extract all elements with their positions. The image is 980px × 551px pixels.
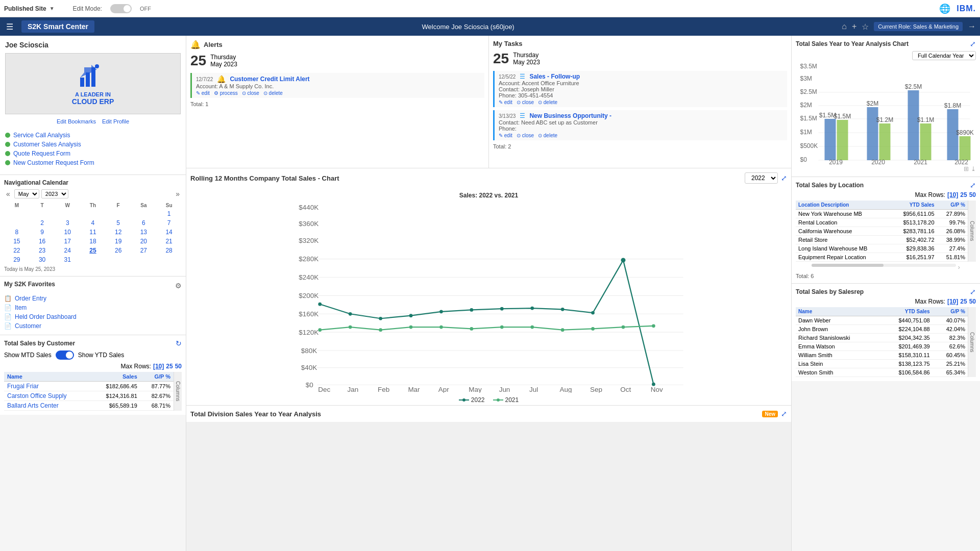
- site-dropdown-arrow[interactable]: ▼: [50, 6, 55, 11]
- hamburger-menu-icon[interactable]: ☰: [4, 20, 15, 34]
- loc-max-10[interactable]: [10]: [947, 191, 958, 198]
- sr-max-25[interactable]: 25: [960, 298, 967, 305]
- cal-day-cell[interactable]: 26: [106, 246, 131, 255]
- cal-day-cell[interactable]: 25: [80, 246, 106, 255]
- cal-day-cell[interactable]: 24: [55, 246, 80, 255]
- cal-day-cell[interactable]: 11: [80, 228, 106, 237]
- cal-day-cell[interactable]: 8: [4, 228, 30, 237]
- cal-day-cell[interactable]: 20: [131, 237, 157, 246]
- cal-day-cell[interactable]: 9: [30, 228, 55, 237]
- col-gp[interactable]: G/P %: [140, 372, 174, 382]
- sr-col-gp[interactable]: G/P %: [933, 307, 968, 316]
- sr-expand-icon[interactable]: ⤢: [970, 288, 976, 296]
- sr-col-name[interactable]: Name: [796, 307, 879, 316]
- mtd-ytd-toggle[interactable]: [56, 350, 74, 360]
- sr-max-50[interactable]: 50: [969, 298, 976, 305]
- alert-delete-1[interactable]: ⊙ delete: [263, 90, 283, 96]
- chart-download-icon[interactable]: ⤓: [971, 165, 976, 172]
- cal-day-cell[interactable]: 15: [4, 237, 30, 246]
- cal-next[interactable]: »: [174, 190, 182, 198]
- quick-link-customer-sales[interactable]: Customer Sales Analysis: [5, 140, 181, 149]
- cal-prev[interactable]: «: [4, 190, 12, 198]
- edit-bookmarks-link[interactable]: Edit Bookmarks: [57, 118, 96, 124]
- task-title-2[interactable]: New Business Opportunity -: [529, 112, 611, 119]
- col-name[interactable]: Name: [4, 372, 91, 382]
- published-site-label[interactable]: Published Site ▼: [4, 5, 55, 12]
- cal-day-cell[interactable]: 28: [156, 246, 182, 255]
- task-edit-1[interactable]: ✎ edit: [499, 99, 512, 105]
- globe-icon[interactable]: 🌐: [939, 3, 950, 14]
- cal-day-cell[interactable]: 12: [106, 228, 131, 237]
- cal-month-select[interactable]: May: [14, 189, 39, 198]
- year-chart-select[interactable]: Full Calendar Year: [912, 51, 976, 60]
- loc-expand-icon[interactable]: ⤢: [970, 181, 976, 189]
- task-delete-2[interactable]: ⊙ delete: [538, 133, 557, 138]
- sr-max-10[interactable]: [10]: [947, 298, 958, 305]
- alert-close-1[interactable]: ⊙ close: [242, 90, 259, 96]
- fav-order-entry[interactable]: 📋Order Entry: [4, 294, 182, 303]
- task-close-2[interactable]: ⊙ close: [517, 133, 534, 138]
- loc-col-sales[interactable]: YTD Sales: [891, 201, 937, 210]
- task-title-1[interactable]: Sales - Follow-up: [529, 73, 580, 80]
- cal-day-cell[interactable]: 31: [55, 255, 80, 264]
- edit-profile-link[interactable]: Edit Profile: [102, 118, 129, 124]
- task-edit-2[interactable]: ✎ edit: [499, 133, 512, 138]
- loc-col-gp[interactable]: G/P %: [937, 201, 968, 210]
- cal-day-cell[interactable]: 27: [131, 246, 157, 255]
- col-sales[interactable]: Sales: [91, 372, 140, 382]
- cal-day-cell[interactable]: 30: [30, 255, 55, 264]
- fav-customer[interactable]: 📄Customer: [4, 321, 182, 331]
- cal-day-cell[interactable]: 14: [156, 228, 182, 237]
- cal-day-cell[interactable]: 5: [106, 218, 131, 228]
- cal-day-cell[interactable]: 22: [4, 246, 30, 255]
- loc-col-name[interactable]: Location Description: [796, 201, 891, 210]
- cal-day-cell[interactable]: 23: [30, 246, 55, 255]
- fav-held-order[interactable]: 📄Held Order Dashboard: [4, 312, 182, 321]
- rolling-expand-icon[interactable]: ⤢: [781, 174, 787, 182]
- cal-day-cell[interactable]: 2: [30, 218, 55, 228]
- division-expand-icon[interactable]: ⤢: [781, 410, 787, 418]
- alert-title-1[interactable]: Customer Credit Limit Alert: [230, 76, 309, 83]
- home-icon[interactable]: ⌂: [842, 22, 847, 31]
- cal-day-cell[interactable]: 7: [156, 218, 182, 228]
- star-icon[interactable]: ☆: [862, 22, 869, 32]
- cal-day-cell[interactable]: 13: [131, 228, 157, 237]
- loc-max-25[interactable]: 25: [960, 191, 967, 198]
- fav-item[interactable]: 📄Item: [4, 303, 182, 312]
- sr-col-sales[interactable]: YTD Sales: [879, 307, 932, 316]
- task-close-1[interactable]: ⊙ close: [517, 99, 534, 105]
- cal-day-cell[interactable]: 29: [4, 255, 30, 264]
- cal-day-cell[interactable]: 4: [80, 218, 106, 228]
- year-select[interactable]: 2022: [745, 172, 778, 184]
- gear-icon[interactable]: ⚙: [175, 282, 182, 290]
- cal-day-cell[interactable]: 3: [55, 218, 80, 228]
- customer-link-2[interactable]: Carston Office Supply: [7, 392, 67, 399]
- task-delete-1[interactable]: ⊙ delete: [538, 99, 557, 105]
- yc-expand-icon[interactable]: ⤢: [970, 40, 976, 48]
- cal-day-cell[interactable]: 10: [55, 228, 80, 237]
- chart-options-icon[interactable]: ⊞: [964, 165, 969, 172]
- quick-link-quote-form[interactable]: Quote Request Form: [5, 149, 181, 158]
- max-rows-50[interactable]: 50: [175, 363, 182, 370]
- loc-scroll-right[interactable]: ›: [958, 264, 960, 271]
- customer-link-1[interactable]: Frugal Friar: [7, 383, 39, 390]
- cal-day-cell[interactable]: 16: [30, 237, 55, 246]
- customer-link-3[interactable]: Ballard Arts Center: [7, 402, 59, 409]
- quick-link-service-call[interactable]: Service Call Analysis: [5, 131, 181, 140]
- alert-process-1[interactable]: ⚙ process: [214, 90, 238, 96]
- quick-link-new-customer[interactable]: New Customer Request Form: [5, 158, 181, 167]
- logout-icon[interactable]: →: [968, 22, 976, 31]
- edit-mode-toggle[interactable]: [110, 4, 132, 13]
- cal-day-cell[interactable]: 1: [156, 209, 182, 218]
- refresh-icon[interactable]: ↻: [176, 339, 182, 347]
- cal-day-cell[interactable]: 18: [80, 237, 106, 246]
- add-icon[interactable]: +: [852, 22, 856, 31]
- loc-max-50[interactable]: 50: [969, 191, 976, 198]
- alert-edit-1[interactable]: ✎ edit: [196, 90, 210, 96]
- cal-year-select[interactable]: 2023: [41, 189, 68, 198]
- cal-day-cell[interactable]: 19: [106, 237, 131, 246]
- max-rows-10[interactable]: [10]: [153, 363, 164, 370]
- cal-day-cell[interactable]: 6: [131, 218, 157, 228]
- cal-day-cell[interactable]: 17: [55, 237, 80, 246]
- max-rows-25[interactable]: 25: [166, 363, 173, 370]
